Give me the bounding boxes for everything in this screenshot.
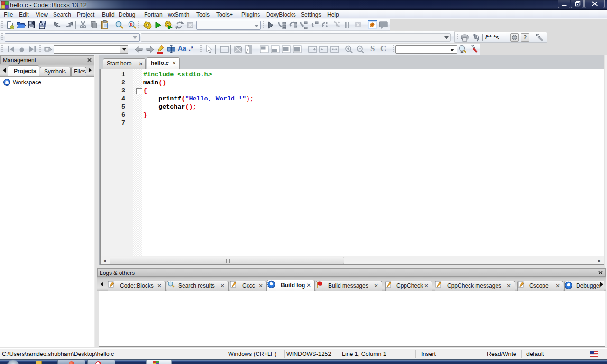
- svg-text:R: R: [130, 22, 133, 27]
